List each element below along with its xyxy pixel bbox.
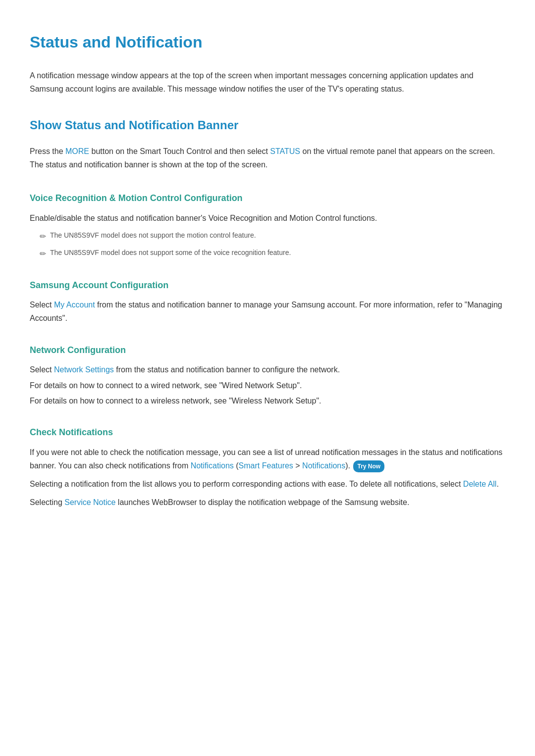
- check-notif-arrow: >: [293, 461, 302, 470]
- check-notifications-para3: Selecting Service Notice launches WebBro…: [30, 496, 505, 509]
- samsung-account-title: Samsung Account Configuration: [30, 278, 505, 293]
- note-text-1: The UN85S9VF model does not support the …: [50, 230, 256, 241]
- network-config-line3: For details on how to connect to a wirel…: [30, 394, 505, 407]
- network-config-line1: Select Network Settings from the status …: [30, 363, 505, 376]
- network-config-title: Network Configuration: [30, 343, 505, 357]
- network-settings-link[interactable]: Network Settings: [54, 365, 114, 374]
- intro-text: A notification message window appears at…: [30, 69, 505, 96]
- status-link[interactable]: STATUS: [270, 147, 300, 155]
- show-status-text-before: Press the: [30, 147, 65, 155]
- try-now-badge[interactable]: Try Now: [353, 460, 384, 472]
- note-item-2: ✏ The UN85S9VF model does not support so…: [40, 247, 505, 260]
- service-notice-link[interactable]: Service Notice: [64, 498, 115, 506]
- samsung-account-description: Select My Account from the status and no…: [30, 298, 505, 325]
- notifications-link2[interactable]: Notifications: [302, 461, 345, 470]
- show-status-description: Press the MORE button on the Smart Touch…: [30, 145, 505, 171]
- pencil-icon-2: ✏: [40, 248, 46, 260]
- check-notif-para2-before: Selecting a notification from the list a…: [30, 480, 463, 488]
- note-text-2: The UN85S9VF model does not support some…: [50, 247, 291, 258]
- show-status-title: Show Status and Notification Banner: [30, 116, 505, 137]
- samsung-account-section: Samsung Account Configuration Select My …: [30, 278, 505, 325]
- show-status-section: Show Status and Notification Banner Pres…: [30, 116, 505, 172]
- voice-recognition-notes: ✏ The UN85S9VF model does not support th…: [30, 230, 505, 260]
- more-link[interactable]: MORE: [65, 147, 89, 155]
- voice-recognition-description: Enable/disable the status and notificati…: [30, 211, 505, 225]
- network-config-section: Network Configuration Select Network Set…: [30, 343, 505, 407]
- network-config-text-before: Select: [30, 365, 54, 374]
- page-container: Status and Notification A notification m…: [0, 0, 535, 567]
- smart-features-link[interactable]: Smart Features: [239, 461, 293, 470]
- samsung-account-text-after: from the status and notification banner …: [30, 301, 502, 322]
- notifications-link[interactable]: Notifications: [191, 461, 234, 470]
- check-notifications-para2: Selecting a notification from the list a…: [30, 477, 505, 491]
- check-notif-para3-after: launches WebBrowser to display the notif…: [115, 498, 409, 506]
- note-item-1: ✏ The UN85S9VF model does not support th…: [40, 230, 505, 243]
- network-config-line2: For details on how to connect to a wired…: [30, 379, 505, 392]
- pencil-icon-1: ✏: [40, 230, 46, 243]
- check-notif-text-middle: (: [234, 461, 239, 470]
- show-status-text-middle: button on the Smart Touch Control and th…: [89, 147, 270, 155]
- network-config-text-after: from the status and notification banner …: [114, 365, 340, 374]
- delete-all-link[interactable]: Delete All: [463, 480, 497, 488]
- page-title: Status and Notification: [30, 20, 505, 55]
- my-account-link[interactable]: My Account: [54, 301, 95, 309]
- check-notifications-title: Check Notifications: [30, 425, 505, 440]
- voice-recognition-title: Voice Recognition & Motion Control Confi…: [30, 191, 505, 205]
- check-notif-text-after: ).: [345, 461, 350, 470]
- check-notifications-para1: If you were not able to check the notifi…: [30, 446, 505, 472]
- voice-recognition-section: Voice Recognition & Motion Control Confi…: [30, 191, 505, 260]
- check-notifications-section: Check Notifications If you were not able…: [30, 425, 505, 509]
- check-notif-para2-after: .: [496, 480, 498, 488]
- check-notif-para3-before: Selecting: [30, 498, 64, 506]
- samsung-account-text-before: Select: [30, 301, 54, 309]
